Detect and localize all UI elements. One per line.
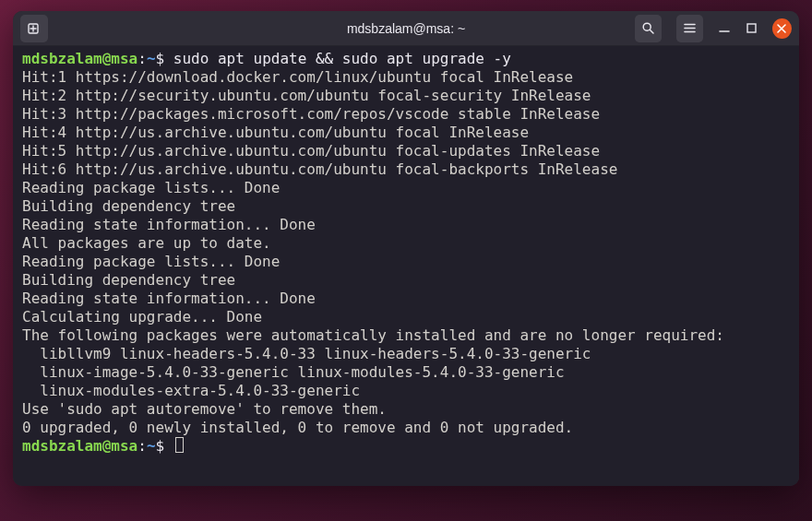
titlebar: mdsbzalam@msa: ~ xyxy=(13,11,799,46)
output-line: Hit:5 http://us.archive.ubuntu.com/ubunt… xyxy=(22,142,790,160)
command-text: sudo apt update && sudo apt upgrade -y xyxy=(173,50,511,67)
output-line: Reading state information... Done xyxy=(22,290,790,308)
minimize-button[interactable] xyxy=(718,22,731,35)
output-line: Building dependency tree xyxy=(22,271,790,290)
hamburger-icon xyxy=(683,21,697,35)
prompt-user-host: mdsbzalam@msa xyxy=(22,50,137,67)
prompt-user-host: mdsbzalam@msa xyxy=(22,437,137,455)
plus-icon xyxy=(27,21,42,36)
output-line: Building dependency tree xyxy=(22,197,790,216)
minimize-icon xyxy=(718,22,731,35)
prompt-symbol: $ xyxy=(156,50,165,67)
cursor xyxy=(175,437,184,453)
search-icon xyxy=(641,21,655,35)
maximize-icon xyxy=(746,22,758,34)
output-line: Use 'sudo apt autoremove' to remove them… xyxy=(22,400,790,419)
output-line: The following packages were automaticall… xyxy=(22,326,790,345)
prompt-sep: : xyxy=(137,437,147,455)
new-tab-button[interactable] xyxy=(20,15,48,42)
terminal-body[interactable]: mdsbzalam@msa:~$ sudo apt update && sudo… xyxy=(13,46,799,486)
output-line: Reading package lists... Done xyxy=(22,179,790,197)
output-line: Hit:6 http://us.archive.ubuntu.com/ubunt… xyxy=(22,160,790,179)
search-button[interactable] xyxy=(635,15,662,42)
output-line: Reading package lists... Done xyxy=(22,253,790,271)
window-title: mdsbzalam@msa: ~ xyxy=(177,21,635,36)
output-line: Calculating upgrade... Done xyxy=(22,308,790,326)
prompt-line-2: mdsbzalam@msa:~$ xyxy=(22,437,790,456)
output-line: linux-modules-extra-5.4.0-33-generic xyxy=(22,382,790,400)
output-line: Reading state information... Done xyxy=(22,216,790,234)
output-line: 0 upgraded, 0 newly installed, 0 to remo… xyxy=(22,419,790,437)
svg-rect-4 xyxy=(747,24,756,32)
output-line: Hit:1 https://download.docker.com/linux/… xyxy=(22,68,790,87)
prompt-symbol: $ xyxy=(156,437,165,455)
output-line: linux-image-5.4.0-33-generic linux-modul… xyxy=(22,363,790,382)
output-line: libllvm9 linux-headers-5.4.0-33 linux-he… xyxy=(22,345,790,363)
prompt-sep: : xyxy=(137,50,147,67)
svg-line-2 xyxy=(650,30,653,34)
terminal-window: mdsbzalam@msa: ~ xyxy=(13,11,799,486)
close-icon xyxy=(776,23,787,34)
output-line: Hit:4 http://us.archive.ubuntu.com/ubunt… xyxy=(22,124,790,142)
prompt-path: ~ xyxy=(147,50,156,67)
close-button[interactable] xyxy=(772,18,792,39)
prompt-line-1: mdsbzalam@msa:~$ sudo apt update && sudo… xyxy=(22,50,790,68)
menu-button[interactable] xyxy=(676,15,703,42)
output-line: Hit:2 http://security.ubuntu.com/ubuntu … xyxy=(22,87,790,105)
output-line: Hit:3 http://packages.microsoft.com/repo… xyxy=(22,105,790,124)
prompt-path: ~ xyxy=(147,437,156,455)
maximize-button[interactable] xyxy=(746,22,758,34)
output-line: All packages are up to date. xyxy=(22,234,790,253)
